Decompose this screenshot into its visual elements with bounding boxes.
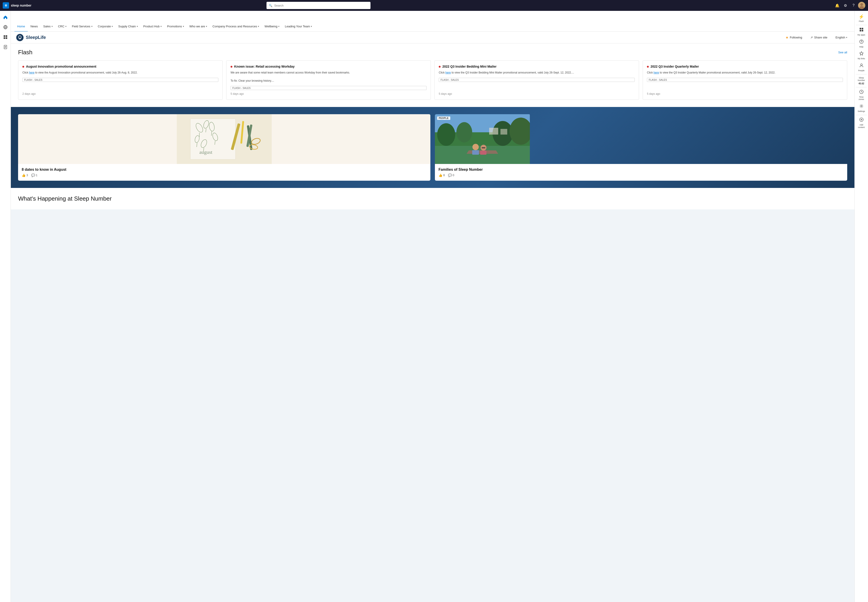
svg-line-61 xyxy=(862,92,862,92)
people-tag: PEOPLE xyxy=(437,117,450,120)
language-selector[interactable]: English ▾ xyxy=(834,35,849,40)
chevron-icon: ▾ xyxy=(65,25,66,28)
sr-label-help: Help xyxy=(859,46,863,48)
news-card-people[interactable]: PEOPLE xyxy=(435,114,847,181)
svg-point-44 xyxy=(472,144,479,150)
flash-tag-2: FLASH - SALES xyxy=(230,86,426,90)
search-input[interactable] xyxy=(274,4,368,7)
sr-label-add-content: Add content xyxy=(856,124,866,129)
svg-rect-53 xyxy=(860,30,861,31)
sidebar-right-flash[interactable]: ⚡ Flash xyxy=(856,13,867,24)
sidebar-right-people[interactable]: People xyxy=(856,62,867,73)
flash-date-3: 5 days ago xyxy=(439,92,635,95)
sidebar-right-myapps[interactable]: My apps xyxy=(856,26,867,38)
sidebar-left-globe[interactable] xyxy=(1,23,10,32)
comment-icon: 💬 xyxy=(448,174,452,177)
svg-rect-47 xyxy=(480,150,486,155)
chevron-icon: ▾ xyxy=(137,25,138,28)
nav-item-sales[interactable]: Sales ▾ xyxy=(40,22,55,32)
chevron-icon: ▾ xyxy=(161,25,162,28)
sidebar-right-help[interactable]: ? Help xyxy=(856,38,867,49)
flash-card-1: August Innovation promotional announceme… xyxy=(18,60,222,100)
nav-item-news[interactable]: News xyxy=(28,22,41,32)
help-circle-icon: ? xyxy=(859,39,864,45)
news-card-dei-body: 8 dates to know in August 👍 3 💬 1 xyxy=(18,164,430,181)
nav-item-product-hub[interactable]: Product Hub ▾ xyxy=(141,22,164,32)
avatar[interactable] xyxy=(858,2,865,9)
svg-marker-57 xyxy=(860,52,863,55)
here-link-3[interactable]: here xyxy=(445,71,451,74)
svg-text:august: august xyxy=(199,149,212,155)
notification-icon[interactable]: 🔔 xyxy=(834,2,841,9)
site-logo[interactable]: SleepLife xyxy=(16,34,46,41)
help-icon[interactable]: ? xyxy=(850,2,857,9)
nav-item-field-services[interactable]: Field Services ▾ xyxy=(69,22,95,32)
chevron-icon: ▾ xyxy=(258,25,259,28)
sr-label-settings: Settings xyxy=(857,110,865,113)
sidebar-left-apps[interactable] xyxy=(1,32,10,41)
news-card-people-meta: 👍 8 💬 0 xyxy=(439,174,843,177)
chevron-icon: ▾ xyxy=(91,25,92,28)
flash-card-title-1: August Innovation promotional announceme… xyxy=(22,64,218,68)
app-grid-icon[interactable]: ⊞ xyxy=(3,2,9,9)
chevron-icon: ▾ xyxy=(311,25,312,28)
nav-bar: Home News Sales ▾ CRC ▾ Field Services ▾… xyxy=(11,22,854,32)
dei-likes: 👍 3 xyxy=(22,174,28,177)
sidebar-left-home[interactable] xyxy=(1,13,10,22)
flash-card-body-1: Click here to view the August Innovation… xyxy=(22,71,218,75)
star-icon: ★ xyxy=(785,35,788,40)
site-logo-icon xyxy=(16,34,23,41)
nav-item-crc[interactable]: CRC ▾ xyxy=(55,22,69,32)
dei-art: august xyxy=(18,114,430,164)
nav-item-wellbeing[interactable]: Wellbeing ▾ xyxy=(262,22,282,32)
search-bar[interactable]: 🔍 xyxy=(267,2,371,9)
content-area: Flash See all August Innovation promotio… xyxy=(11,43,854,602)
sr-label-flash: Flash xyxy=(859,20,864,23)
top-bar-logo[interactable]: ⊞ sleep number xyxy=(3,2,31,9)
news-card-dei[interactable]: DEI xyxy=(18,114,430,181)
sidebar-right-timezones[interactable]: Time zones xyxy=(856,88,867,102)
share-site-button[interactable]: ↗ Share site xyxy=(808,35,829,40)
sr-label-timezones: Time zones xyxy=(856,96,866,101)
like-icon: 👍 xyxy=(22,174,26,177)
nav-item-who-we-are[interactable]: Who we are ▾ xyxy=(187,22,210,32)
svg-rect-6 xyxy=(4,35,5,37)
sidebar-left-page[interactable] xyxy=(1,43,10,52)
dei-comments: 💬 1 xyxy=(31,174,38,177)
sidebar-right-add-content[interactable]: Add content xyxy=(856,116,867,130)
sidebar-right-mylinks[interactable]: My links xyxy=(856,50,867,61)
red-dot-icon xyxy=(230,66,232,68)
nav-item-leading-your-team[interactable]: Leading Your Team ▾ xyxy=(282,22,314,32)
top-bar: ⊞ sleep number 🔍 🔔 ⚙ ? xyxy=(0,0,868,11)
svg-point-1 xyxy=(860,3,863,6)
site-header: SleepLife ★ Following ↗ Share site Engli… xyxy=(11,32,854,43)
sidebar-right-settings[interactable]: Settings xyxy=(856,103,867,114)
settings-icon[interactable]: ⚙ xyxy=(842,2,849,9)
flash-icon: ⚡ xyxy=(859,14,864,20)
star-outline-icon xyxy=(859,51,864,57)
here-link-1[interactable]: here xyxy=(29,71,34,74)
svg-rect-50 xyxy=(500,129,507,135)
nav-item-corporate[interactable]: Corporate ▾ xyxy=(95,22,116,32)
sr-label-people: People xyxy=(858,69,864,72)
flash-date-1: 2 days ago xyxy=(22,92,218,95)
sidebar-right-stock: Sleep Number 45.62 xyxy=(856,75,867,86)
news-card-dei-image: DEI xyxy=(18,114,430,164)
nav-item-home[interactable]: Home xyxy=(14,22,28,32)
svg-point-40 xyxy=(437,123,455,146)
svg-rect-48 xyxy=(482,147,485,148)
comment-icon: 💬 xyxy=(31,174,35,177)
sidebar-right: ⚡ Flash My apps ? Help My lin xyxy=(854,11,868,602)
nav-item-promotions[interactable]: Promotions ▾ xyxy=(164,22,187,32)
people-likes: 👍 8 xyxy=(439,174,445,177)
following-button[interactable]: ★ Following xyxy=(784,35,804,40)
sr-label-myapps: My apps xyxy=(857,34,865,36)
nav-item-company-process[interactable]: Company Process and Resources ▾ xyxy=(210,22,262,32)
dark-section: DEI xyxy=(11,107,854,188)
see-all-link[interactable]: See all xyxy=(838,51,847,54)
flash-tag-1: FLASH - SALES xyxy=(22,78,218,82)
here-link-4[interactable]: here xyxy=(653,71,659,74)
nav-item-supply-chain[interactable]: Supply Chain ▾ xyxy=(115,22,140,32)
flash-card-4: 2022 Q3 Insider Quarterly Mailer Click h… xyxy=(643,60,847,100)
sr-stock-value: 45.62 xyxy=(859,82,864,85)
